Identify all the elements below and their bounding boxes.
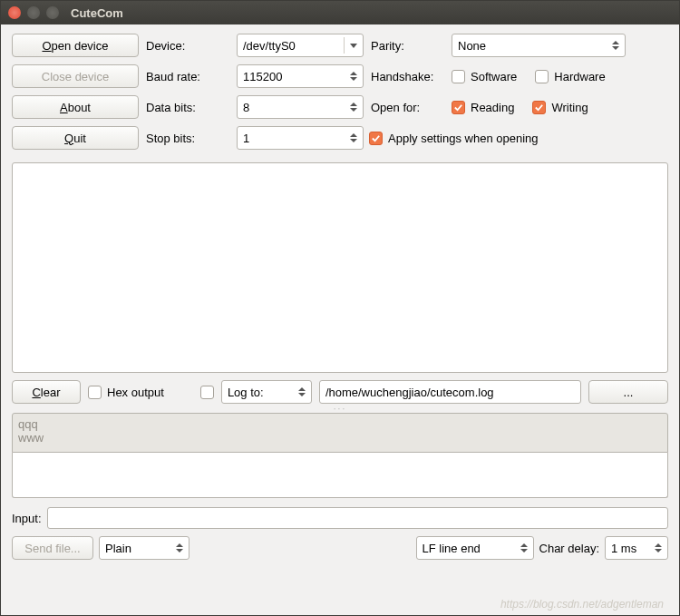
hardware-label: Hardware	[554, 70, 605, 83]
stopbits-label: Stop bits:	[144, 132, 217, 145]
splitter-handle[interactable]: ∙∙∙	[12, 404, 668, 413]
software-checkbox[interactable]	[452, 70, 465, 83]
history-line: qqq	[18, 417, 662, 431]
char-delay-spin[interactable]: 1 ms	[605, 536, 668, 560]
device-label: Device:	[144, 39, 217, 53]
output-area[interactable]	[12, 162, 668, 373]
close-device-button: Close device	[12, 64, 139, 88]
about-button[interactable]: About	[12, 95, 139, 119]
software-label: Software	[471, 70, 517, 83]
open-device-button[interactable]: Open device	[12, 34, 139, 57]
hex-output-label: Hex output	[107, 386, 164, 399]
titlebar: CuteCom	[1, 1, 679, 24]
device-combo[interactable]: /dev/ttyS0	[237, 34, 364, 57]
send-history[interactable]: qqq www	[12, 413, 668, 453]
baud-label: Baud rate:	[144, 70, 217, 83]
quit-button[interactable]: Quit	[12, 126, 139, 150]
log-path-input[interactable]	[319, 380, 581, 404]
browse-log-button[interactable]: ...	[588, 380, 668, 404]
char-delay-label: Char delay:	[539, 542, 599, 555]
clear-button[interactable]: Clear	[12, 380, 81, 404]
reading-label: Reading	[471, 101, 514, 114]
input-label: Input:	[12, 512, 42, 525]
input-field[interactable]	[47, 507, 668, 529]
send-mode-select[interactable]: Plain	[99, 536, 189, 560]
line-end-select[interactable]: LF line end	[416, 536, 534, 560]
apply-settings-checkbox[interactable]	[369, 132, 383, 145]
history-line: www	[18, 431, 662, 445]
logto-select[interactable]: Log to:	[221, 380, 312, 404]
maximize-window-button[interactable]	[46, 6, 59, 19]
close-window-button[interactable]	[8, 6, 21, 19]
stopbits-select[interactable]: 1	[237, 126, 364, 150]
send-area[interactable]	[12, 453, 668, 498]
minimize-window-button[interactable]	[27, 6, 40, 19]
databits-label: Data bits:	[144, 101, 217, 114]
openfor-label: Open for:	[369, 101, 446, 114]
hardware-checkbox[interactable]	[535, 70, 549, 83]
writing-checkbox[interactable]	[532, 101, 546, 114]
watermark: https://blog.csdn.net/adgentleman	[500, 598, 664, 611]
logto-checkbox[interactable]	[200, 386, 214, 399]
handshake-label: Handshake:	[369, 70, 446, 83]
window-title: CuteCom	[71, 6, 123, 20]
baud-select[interactable]: 115200	[237, 64, 364, 88]
hex-output-checkbox[interactable]	[88, 386, 102, 399]
reading-checkbox[interactable]	[452, 101, 465, 114]
databits-select[interactable]: 8	[237, 95, 364, 119]
send-file-button: Send file...	[12, 536, 93, 560]
apply-settings-label: Apply settings when opening	[388, 132, 539, 145]
writing-label: Writing	[551, 101, 588, 114]
parity-label: Parity:	[369, 39, 446, 53]
parity-select[interactable]: None	[452, 34, 626, 57]
